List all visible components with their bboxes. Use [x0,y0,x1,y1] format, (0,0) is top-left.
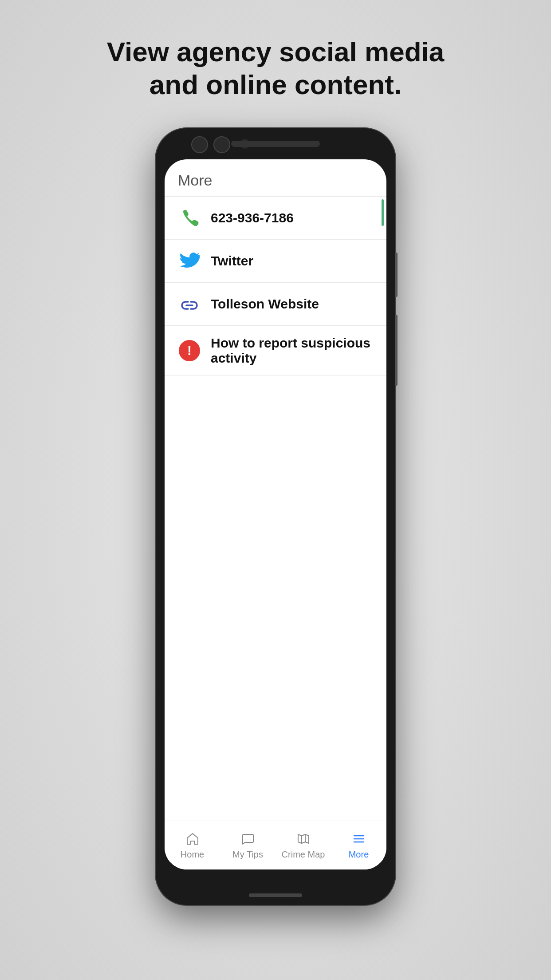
alert-circle: ! [179,340,200,361]
menu-item-report[interactable]: ! How to report suspicious activity [165,326,386,376]
screen-title: More [178,172,212,189]
nav-tips-label: My Tips [232,850,263,860]
page-title: View agency social media and online cont… [76,36,475,102]
nav-item-home[interactable]: Home [165,821,220,869]
nav-map-label: Crime Map [282,850,325,860]
twitter-label: Twitter [211,253,253,269]
website-label: Tolleson Website [211,296,319,312]
phone-label: 623-936-7186 [211,210,294,225]
report-label: How to report suspicious activity [211,336,373,366]
link-icon [178,292,201,316]
more-icon [351,831,367,847]
camera-left [191,136,208,153]
phone-mockup: More 623-936-7186 [156,128,395,954]
menu-item-website[interactable]: Tolleson Website [165,283,386,326]
screen-content: More 623-936-7186 [165,159,386,821]
phone-icon [178,206,201,229]
menu-item-twitter[interactable]: Twitter [165,240,386,283]
svg-marker-1 [298,834,309,843]
home-icon [185,831,201,847]
nav-item-map[interactable]: Crime Map [276,821,331,869]
nav-item-more[interactable]: More [331,821,386,869]
nav-more-label: More [349,850,369,860]
phone-screen: More 623-936-7186 [165,159,386,869]
twitter-icon [178,249,201,273]
menu-item-phone[interactable]: 623-936-7186 [165,197,386,240]
camera-bar [231,141,320,147]
bottom-nav: Home My Tips [165,821,386,869]
tips-icon [240,831,256,847]
nav-home-label: Home [181,850,204,860]
map-icon [295,831,311,847]
nav-item-tips[interactable]: My Tips [220,821,276,869]
alert-icon: ! [178,339,201,362]
home-indicator [249,893,302,897]
camera-right [213,136,230,153]
side-button-volume [395,253,398,297]
screen-header: More [165,159,386,197]
side-button-power [395,315,398,386]
scrollbar [382,199,384,226]
menu-list: 623-936-7186 Twitter [165,197,386,376]
phone-shell: More 623-936-7186 [156,128,395,905]
